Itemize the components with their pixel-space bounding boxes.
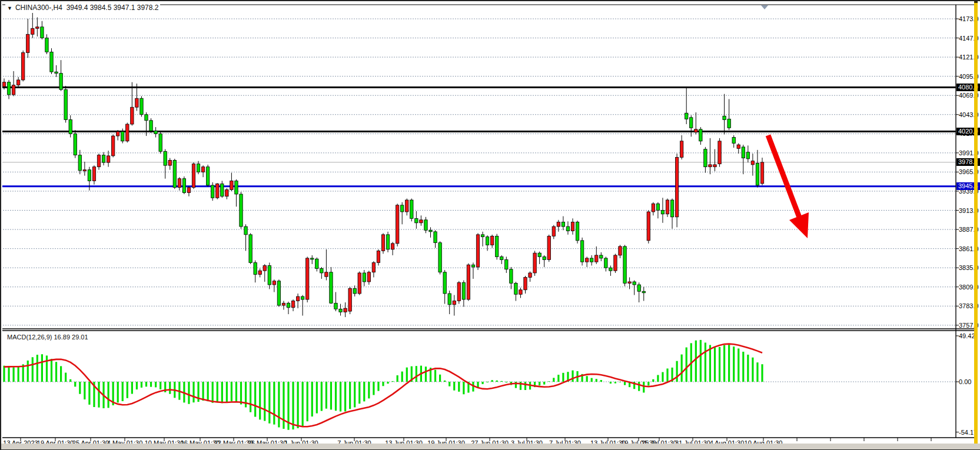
macd-values: 16.89 29.01	[54, 334, 88, 341]
macd-name: MACD(12,26,9)	[7, 334, 52, 341]
macd-indicator-label: MACD(12,26,9) 16.89 29.01	[6, 334, 89, 341]
macd-tick-label: 0.00	[959, 378, 971, 385]
ohlc-values-label: 3949.4 3984.5 3947.1 3978.2	[67, 4, 159, 12]
down-arrow-annotation	[789, 212, 809, 238]
chart-canvas[interactable]	[1, 1, 980, 450]
macd-tick-label: 49.42	[959, 332, 975, 339]
symbol-dropdown-icon[interactable]: ▼	[7, 5, 12, 11]
symbol-timeframe-label: CHINA300-,H4	[15, 4, 62, 12]
mt4-chart-window: ▼CHINA300-,H4 3949.4 3984.5 3947.1 3978.…	[0, 0, 980, 450]
window-bottom-strip	[1, 444, 980, 450]
latest-bar-marker-icon	[761, 5, 768, 9]
window-edge-strip	[974, 1, 978, 445]
chart-legend: ▼CHINA300-,H4 3949.4 3984.5 3947.1 3978.…	[5, 4, 160, 12]
